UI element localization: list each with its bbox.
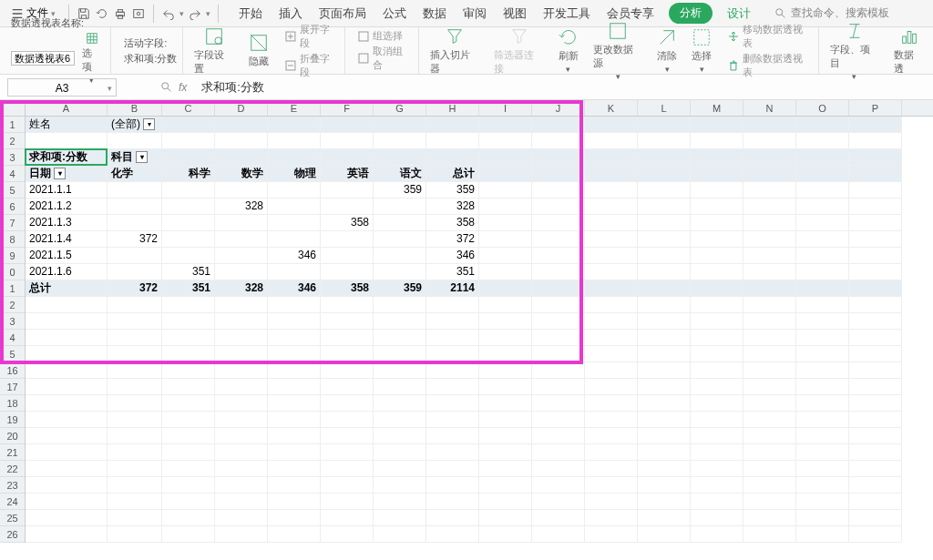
value-cell[interactable]: 328 bbox=[215, 199, 268, 215]
row-header[interactable]: 23 bbox=[0, 477, 25, 494]
undo-drop[interactable]: ▾ bbox=[179, 9, 184, 18]
value-cell[interactable] bbox=[321, 199, 374, 215]
row-header[interactable]: 6 bbox=[0, 199, 25, 215]
value-cell[interactable] bbox=[268, 182, 321, 199]
col-header[interactable]: P bbox=[849, 100, 902, 116]
date-cell[interactable]: 2021.1.1 bbox=[26, 182, 108, 199]
col-header[interactable]: L bbox=[638, 100, 691, 116]
value-cell[interactable] bbox=[215, 215, 268, 231]
pivot-name-input[interactable] bbox=[11, 51, 75, 66]
row-header[interactable]: 2 bbox=[0, 133, 25, 149]
tab-view[interactable]: 视图 bbox=[501, 2, 528, 25]
value-cell[interactable]: 358 bbox=[321, 215, 374, 231]
preview-icon[interactable] bbox=[131, 6, 146, 21]
row-header[interactable]: 25 bbox=[0, 510, 25, 526]
redo-icon[interactable] bbox=[188, 6, 202, 21]
value-cell[interactable] bbox=[321, 182, 374, 199]
filter-link-button[interactable]: 筛选器连接 bbox=[490, 26, 548, 76]
del-pivot[interactable]: 删除数据透视表 bbox=[728, 52, 812, 79]
col-header[interactable]: E bbox=[268, 100, 321, 116]
hide-button[interactable]: 隐藏 bbox=[245, 33, 272, 68]
value-cell[interactable]: 346 bbox=[268, 248, 321, 264]
formula-text[interactable]: 求和项:分数 bbox=[201, 79, 264, 96]
date-cell[interactable]: 2021.1.5 bbox=[26, 248, 108, 264]
cells[interactable]: 姓名 (全部)▾ 求和项:分数 科目▾ 日期▾ 化学 科学 数学 物理 英语 语… bbox=[26, 117, 933, 560]
row-header[interactable]: 21 bbox=[0, 444, 25, 461]
row-header[interactable]: 26 bbox=[0, 526, 25, 543]
row-header[interactable]: 4 bbox=[0, 330, 25, 346]
value-cell[interactable] bbox=[374, 199, 426, 215]
row-header[interactable]: 0 bbox=[0, 264, 25, 280]
search-fx-icon[interactable] bbox=[160, 81, 173, 94]
col-header[interactable]: I bbox=[479, 100, 532, 116]
tab-data[interactable]: 数据 bbox=[421, 2, 448, 25]
print-icon[interactable] bbox=[113, 6, 128, 21]
value-cell[interactable] bbox=[268, 199, 321, 215]
value-cell[interactable]: 351 bbox=[426, 264, 479, 280]
redo-drop[interactable]: ▾ bbox=[206, 9, 210, 18]
value-cell[interactable] bbox=[321, 248, 374, 264]
col-header[interactable]: A bbox=[26, 100, 108, 116]
col-header[interactable]: B bbox=[108, 100, 162, 116]
value-cell[interactable]: 358 bbox=[426, 215, 479, 231]
filter-dropdown-icon[interactable]: ▾ bbox=[143, 118, 155, 130]
tab-review[interactable]: 审阅 bbox=[461, 2, 488, 25]
value-cell[interactable]: 359 bbox=[426, 182, 479, 199]
expand-field[interactable]: 展开字段 bbox=[285, 23, 340, 50]
date-cell[interactable]: 2021.1.4 bbox=[26, 231, 108, 248]
row-header[interactable]: 17 bbox=[0, 379, 25, 395]
col-header[interactable]: D bbox=[215, 100, 268, 116]
value-cell[interactable] bbox=[162, 182, 215, 199]
value-cell[interactable] bbox=[374, 215, 426, 231]
date-cell[interactable]: 2021.1.3 bbox=[26, 215, 108, 231]
date-cell[interactable]: 2021.1.6 bbox=[26, 264, 108, 280]
row-field-cell[interactable]: 日期▾ bbox=[26, 166, 108, 182]
row-header[interactable]: 7 bbox=[0, 215, 25, 231]
col-filter-icon[interactable]: ▾ bbox=[136, 151, 148, 163]
col-header[interactable]: N bbox=[743, 100, 796, 116]
value-cell[interactable] bbox=[321, 264, 374, 280]
value-cell[interactable] bbox=[374, 231, 426, 248]
value-cell[interactable]: 351 bbox=[162, 264, 215, 280]
col-field-cell[interactable]: 科目▾ bbox=[108, 149, 162, 166]
filter-label[interactable]: 姓名 bbox=[26, 117, 108, 133]
value-cell[interactable] bbox=[268, 215, 321, 231]
row-header[interactable]: 22 bbox=[0, 461, 25, 477]
value-cell[interactable] bbox=[374, 264, 426, 280]
filter-value[interactable]: (全部)▾ bbox=[108, 117, 162, 133]
value-cell[interactable]: 372 bbox=[108, 231, 162, 248]
row-header[interactable]: 3 bbox=[0, 149, 25, 166]
col-header[interactable]: M bbox=[691, 100, 743, 116]
tab-start[interactable]: 开始 bbox=[237, 2, 264, 25]
tab-formula[interactable]: 公式 bbox=[381, 2, 408, 25]
value-cell[interactable] bbox=[162, 199, 215, 215]
value-cell[interactable] bbox=[215, 231, 268, 248]
row-header[interactable]: 20 bbox=[0, 428, 25, 444]
options-button[interactable]: 选项▾ bbox=[78, 32, 105, 85]
value-cell[interactable] bbox=[162, 248, 215, 264]
row-header[interactable]: 1 bbox=[0, 280, 25, 297]
value-cell[interactable]: 346 bbox=[426, 248, 479, 264]
row-header[interactable]: 9 bbox=[0, 248, 25, 264]
value-cell[interactable] bbox=[108, 182, 162, 199]
row-header[interactable]: 18 bbox=[0, 395, 25, 412]
group-select[interactable]: 组选择 bbox=[358, 29, 403, 43]
row-header[interactable]: 4 bbox=[0, 166, 25, 182]
tab-analysis[interactable]: 分析 bbox=[669, 3, 713, 24]
row-header[interactable]: 2 bbox=[0, 297, 25, 313]
value-cell[interactable] bbox=[162, 215, 215, 231]
name-box[interactable]: A3 bbox=[7, 78, 117, 97]
row-filter-icon[interactable]: ▾ bbox=[54, 168, 66, 179]
row-header[interactable]: 19 bbox=[0, 412, 25, 428]
col-header[interactable]: G bbox=[374, 100, 426, 116]
change-source-button[interactable]: 更改数据源▾ bbox=[590, 21, 647, 81]
row-header[interactable]: 5 bbox=[0, 346, 25, 362]
overwrite-icon[interactable] bbox=[95, 6, 109, 21]
value-cell[interactable]: 372 bbox=[426, 231, 479, 248]
pivot-chart-button[interactable]: 数据透 bbox=[890, 26, 928, 76]
refresh-button[interactable]: 刷新▾ bbox=[555, 27, 582, 74]
undo-icon[interactable] bbox=[161, 6, 176, 21]
move-pivot[interactable]: 移动数据透视表 bbox=[728, 23, 812, 50]
value-cell[interactable] bbox=[108, 264, 162, 280]
value-cell[interactable] bbox=[321, 231, 374, 248]
